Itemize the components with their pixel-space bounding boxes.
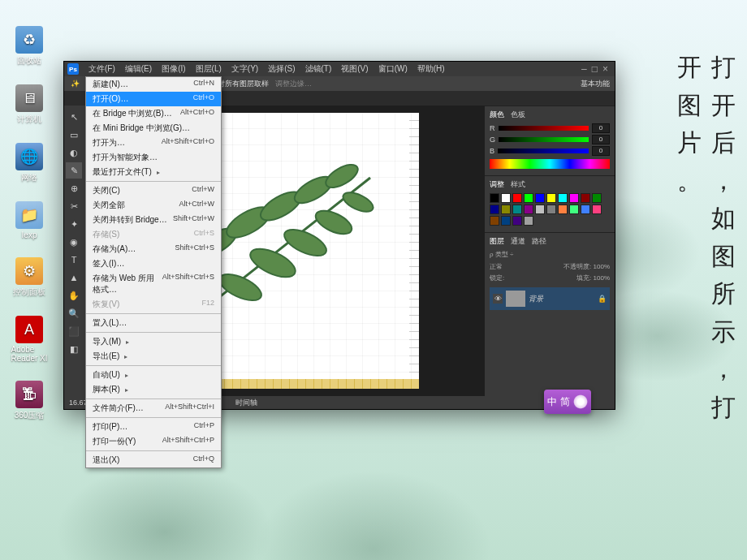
tool-4[interactable]: ⊕ — [66, 180, 82, 196]
swatch[interactable] — [512, 216, 522, 226]
minimize-button[interactable]: – — [581, 63, 587, 75]
hue-bar[interactable] — [490, 159, 610, 169]
desktop-icon-control[interactable]: ⚙控制面板 — [5, 257, 54, 298]
menu-item[interactable]: 存储为(A)…Shift+Ctrl+S — [86, 242, 221, 256]
swatch[interactable] — [501, 205, 511, 214]
menu-item[interactable]: 打开为智能对象… — [86, 150, 221, 165]
tab-adjust[interactable]: 调整 — [490, 179, 504, 190]
swatch[interactable] — [524, 193, 533, 203]
desktop-icon-acrobat[interactable]: AAdobe Reader XI — [5, 316, 54, 363]
menu-item[interactable]: 置入(L)… — [86, 316, 221, 330]
tool-13[interactable]: ◧ — [66, 341, 82, 357]
tool-7[interactable]: ◉ — [66, 234, 82, 250]
menu-item[interactable]: 打印一份(Y)Alt+Shift+Ctrl+P — [86, 434, 221, 449]
tab-color[interactable]: 颜色 — [490, 110, 504, 120]
swatch[interactable] — [512, 205, 522, 214]
desktop-icon-iexp[interactable]: 📁Iexp — [5, 201, 54, 239]
swatch[interactable] — [569, 205, 579, 214]
tool-5[interactable]: ✂ — [66, 198, 82, 214]
menu-item[interactable]: 关闭并转到 Bridge…Shift+Ctrl+W — [86, 213, 221, 227]
tool-2[interactable]: ◐ — [66, 144, 82, 161]
slider-b[interactable] — [498, 149, 589, 153]
swatch[interactable] — [581, 193, 590, 203]
menu-layer[interactable]: 图层(L) — [191, 62, 227, 76]
tool-3[interactable]: ✎ — [66, 162, 82, 179]
menu-item[interactable]: 在 Mini Bridge 中浏览(G)… — [86, 121, 221, 136]
swatch[interactable] — [490, 216, 499, 226]
menu-help[interactable]: 帮助(H) — [412, 62, 450, 76]
menu-item[interactable]: 脚本(R) — [86, 382, 221, 397]
menu-item[interactable]: 导入(M) — [86, 334, 221, 349]
layer-row-background[interactable]: 👁 背景 🔒 — [490, 287, 610, 310]
tool-10[interactable]: ✋ — [66, 287, 82, 304]
menu-item[interactable]: 新建(N)…Ctrl+N — [86, 77, 221, 92]
menu-item[interactable]: 导出(E) — [86, 349, 221, 364]
opt-refine[interactable]: 调整边缘… — [275, 79, 312, 89]
tab-paths[interactable]: 路径 — [532, 236, 546, 247]
swatch[interactable] — [512, 193, 522, 203]
opacity[interactable]: 不透明度: 100% — [563, 262, 610, 271]
tool-8[interactable]: T — [66, 252, 82, 268]
timeline-panel-tab[interactable]: 时间轴 — [235, 398, 257, 408]
value-b[interactable]: 0 — [592, 146, 610, 156]
blend-mode[interactable]: 正常 — [490, 262, 503, 271]
menu-item[interactable]: 打开为…Alt+Shift+Ctrl+O — [86, 136, 221, 150]
tool-0[interactable]: ↖ — [66, 109, 82, 125]
tool-1[interactable]: ▭ — [66, 127, 82, 143]
fill[interactable]: 填充: 100% — [576, 274, 610, 282]
tab-channels[interactable]: 通道 — [511, 236, 525, 247]
menu-item[interactable]: 存储为 Web 所用格式…Alt+Shift+Ctrl+S — [86, 271, 221, 297]
swatch[interactable] — [535, 193, 545, 203]
tool-9[interactable]: ▲ — [66, 269, 82, 286]
swatch[interactable] — [592, 193, 602, 203]
tab-styles[interactable]: 样式 — [511, 179, 525, 190]
menu-item[interactable]: 签入(I)… — [86, 256, 221, 271]
menu-item[interactable]: 关闭全部Alt+Ctrl+W — [86, 198, 221, 213]
desktop-icon-computer[interactable]: 🖥计算机 — [5, 84, 54, 125]
layers-kind[interactable]: ρ 类型 ÷ — [490, 250, 513, 259]
tool-6[interactable]: ✦ — [66, 216, 82, 232]
menu-item[interactable]: 打开(O)…Ctrl+O — [86, 92, 221, 106]
menu-item[interactable]: 关闭(C)Ctrl+W — [86, 183, 221, 198]
menu-window[interactable]: 窗口(W) — [374, 62, 412, 76]
swatch[interactable] — [558, 205, 568, 214]
swatch[interactable] — [581, 205, 590, 214]
swatch[interactable] — [546, 193, 556, 203]
menu-item[interactable]: 文件简介(F)…Alt+Shift+Ctrl+I — [86, 401, 221, 416]
desktop-icon-archive[interactable]: 🗜360压缩 — [5, 381, 54, 421]
desktop-icon-recycle[interactable]: ♻回收站 — [5, 26, 54, 67]
swatch[interactable] — [569, 193, 579, 203]
menu-file[interactable]: 文件(F) — [84, 62, 120, 76]
desktop-icon-network[interactable]: 🌐网络 — [5, 143, 54, 183]
lock[interactable]: 锁定: — [490, 274, 504, 282]
menu-item[interactable]: 在 Bridge 中浏览(B)…Alt+Ctrl+O — [86, 106, 221, 121]
swatch[interactable] — [501, 216, 511, 226]
menu-type[interactable]: 文字(Y) — [227, 62, 263, 76]
menu-view[interactable]: 视图(V) — [336, 62, 373, 76]
swatch[interactable] — [524, 216, 533, 226]
slider-r[interactable] — [499, 126, 589, 131]
tab-layers[interactable]: 图层 — [490, 236, 504, 247]
menu-image[interactable]: 图像(I) — [157, 62, 190, 76]
swatch[interactable] — [592, 205, 602, 214]
menu-edit[interactable]: 编辑(E) — [120, 62, 157, 76]
close-button[interactable]: × — [602, 63, 608, 75]
swatch[interactable] — [490, 205, 499, 214]
tab-swatches[interactable]: 色板 — [511, 110, 525, 120]
menu-item[interactable]: 打印(P)…Ctrl+P — [86, 420, 221, 434]
swatch[interactable] — [535, 205, 545, 214]
tool-12[interactable]: ⬛ — [66, 323, 82, 339]
value-g[interactable]: 0 — [592, 135, 610, 144]
workspace-label[interactable]: 基本功能 — [581, 79, 610, 89]
menu-item[interactable]: 最近打开文件(T) — [86, 165, 221, 179]
menu-item[interactable]: 退出(X)Ctrl+Q — [86, 453, 221, 467]
menu-item[interactable]: 自动(U) — [86, 368, 221, 382]
visibility-icon[interactable]: 👁 — [493, 294, 503, 304]
swatch[interactable] — [490, 193, 499, 203]
maximize-button[interactable]: □ — [592, 63, 598, 75]
swatch[interactable] — [546, 205, 556, 214]
menu-filter[interactable]: 滤镜(T) — [300, 62, 337, 76]
slider-g[interactable] — [499, 137, 589, 142]
swatch[interactable] — [501, 193, 511, 203]
menu-select[interactable]: 选择(S) — [263, 62, 300, 76]
